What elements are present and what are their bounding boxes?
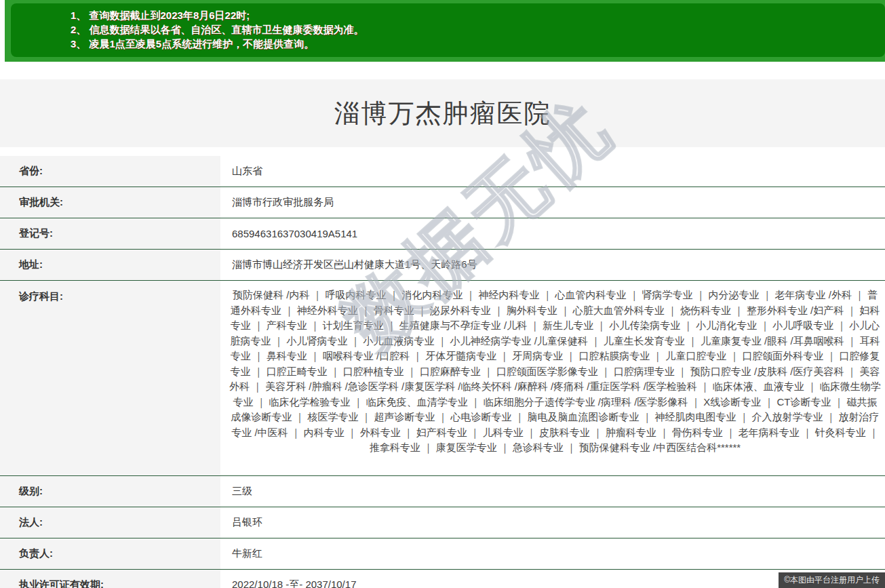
row-value: 淄博市博山经济开发区岜山村健康大道1号、天岭路6号 [225,250,885,280]
row-label: 登记号: [0,218,220,249]
table-row-person-in-charge: 负责人: 牛新红 [0,538,885,570]
row-label: 诊疗科目: [0,281,220,475]
table-row-level: 级别: 三级 [0,476,885,507]
row-label: 审批机关: [0,187,220,218]
column-gap [220,156,225,187]
table-row-legal-person: 法人: 吕银环 [0,507,885,538]
hospital-info-table: 省份: 山东省 审批机关: 淄博市行政审批服务局 登记号: 6859463163… [0,156,885,588]
notice-banner: 1、 查询数据截止到2023年8月6日22时; 2、 信息数据结果以各省、自治区… [5,0,885,62]
column-gap [220,281,225,475]
notice-item-1: 1、 查询数据截止到2023年8月6日22时; [71,8,871,22]
table-row-province: 省份: 山东省 [0,156,885,187]
row-value: 68594631637030419A5141 [225,218,885,249]
row-label: 地址: [0,250,220,280]
row-value: 吕银环 [225,507,885,538]
row-label: 省份: [0,156,220,187]
column-gap [220,476,225,507]
column-gap [220,538,225,569]
notice-banner-panel: 1、 查询数据截止到2023年8月6日22时; 2、 信息数据结果以各省、自治区… [11,3,885,57]
title-band: 淄博万杰肿瘤医院 [0,79,885,147]
column-gap [220,250,225,280]
hospital-info-page: 1、 查询数据截止到2023年8月6日22时; 2、 信息数据结果以各省、自治区… [0,0,885,588]
table-row-registration-number: 登记号: 68594631637030419A5141 [0,218,885,250]
column-gap [220,187,225,218]
column-gap [220,570,225,588]
notice-item-3: 3、 凌晨1点至凌晨5点系统进行维护，不能提供查询。 [71,37,871,51]
row-label: 法人: [0,507,220,538]
table-row-address: 地址: 淄博市博山经济开发区岜山村健康大道1号、天岭路6号 [0,250,885,281]
column-gap [220,218,225,249]
row-value: 预防保健科 /内科 ｜ 呼吸内科专业 ｜ 消化内科专业 ｜ 神经内科专业 ｜ 心… [225,281,885,475]
row-value: 三级 [225,476,885,507]
row-label: 级别: [0,476,220,507]
row-value: 山东省 [225,156,885,187]
row-label: 执业许可证有效期: [0,570,220,588]
column-gap [220,507,225,538]
upload-credit-badge: ©本图由平台注册用户上传 [779,572,885,588]
row-value: 淄博市行政审批服务局 [225,187,885,218]
table-row-approval-authority: 审批机关: 淄博市行政审批服务局 [0,187,885,218]
row-value: 牛新红 [225,538,885,569]
notice-item-2: 2、 信息数据结果以各省、自治区、直辖市卫生健康委数据为准。 [71,22,871,37]
hospital-title: 淄博万杰肿瘤医院 [334,96,551,131]
row-label: 负责人: [0,538,220,569]
table-row-license-validity: 执业许可证有效期: 2022/10/18 -至- 2037/10/17 [0,570,885,588]
table-row-medical-subjects: 诊疗科目: 预防保健科 /内科 ｜ 呼吸内科专业 ｜ 消化内科专业 ｜ 神经内科… [0,281,885,476]
